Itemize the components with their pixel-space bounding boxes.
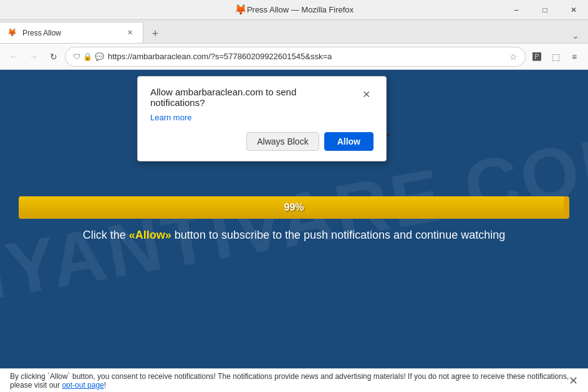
reload-button[interactable]: ↻ — [45, 48, 62, 65]
address-bar[interactable]: 🛡 🔒 💬 https://ambarbaraclean.com/?s=5778… — [65, 47, 526, 67]
notification-close-button[interactable]: ✕ — [566, 373, 581, 388]
titlebar: 🦊 Press Allow — Mozilla Firefox – □ ✕ — [0, 0, 588, 20]
notification-text-after: ! — [104, 381, 106, 390]
url-text: https://ambarbaraclean.com/?s=5778602099… — [108, 52, 506, 61]
back-button[interactable]: ← — [5, 48, 22, 65]
window-controls: – □ ✕ — [502, 0, 588, 19]
notification-bar: By clicking `Allow` button, you consent … — [0, 368, 588, 392]
progress-bar: 99% — [19, 196, 569, 219]
extensions-button[interactable]: ⬚ — [547, 48, 564, 65]
cta-allow-text: «Allow» — [129, 229, 171, 241]
forward-button[interactable]: → — [25, 48, 42, 65]
tab-favicon: 🦊 — [7, 28, 17, 38]
toolbar: ← → ↻ 🛡 🔒 💬 https://ambarbaraclean.com/?… — [0, 44, 588, 70]
tab-bar-right: ⌄ — [568, 28, 588, 43]
menu-button[interactable]: ≡ — [566, 48, 583, 65]
popup-learn-more-link[interactable]: Learn more — [150, 113, 374, 122]
popup-title: Allow ambarbaraclean.com to send notific… — [150, 87, 359, 108]
page-content: MYANTIVARE.COM Allow ambarbaraclean.com … — [0, 70, 588, 368]
opt-out-link[interactable]: opt-out page — [62, 381, 104, 390]
popup-close-button[interactable]: ✕ — [359, 87, 374, 102]
close-button[interactable]: ✕ — [559, 0, 588, 19]
maximize-button[interactable]: □ — [531, 0, 559, 19]
tabbar: 🦊 Press Allow ✕ + ⌄ — [0, 20, 588, 44]
toolbar-right: 🅿 ⬚ ≡ — [528, 48, 583, 65]
cta-text: Click the «Allow» button to subscribe to… — [83, 229, 505, 242]
progress-section: 99% — [0, 196, 588, 219]
popup-header: Allow ambarbaraclean.com to send notific… — [150, 87, 374, 108]
notification-text: By clicking `Allow` button, you consent … — [10, 372, 578, 390]
lock-icon: 🔒 — [83, 52, 92, 61]
firefox-icon: 🦊 — [234, 4, 247, 16]
active-tab[interactable]: 🦊 Press Allow ✕ — [0, 22, 143, 43]
allow-button[interactable]: Allow — [324, 132, 374, 151]
popup-buttons: Always Block Allow — [150, 132, 374, 151]
tab-close-button[interactable]: ✕ — [124, 27, 135, 39]
always-block-button[interactable]: Always Block — [246, 132, 319, 151]
cta-text-before: Click the — [83, 229, 129, 241]
tab-list-chevron[interactable]: ⌄ — [568, 28, 583, 43]
cta-text-after: button to subscribe to the push notifica… — [171, 229, 505, 241]
security-indicators: 🛡 🔒 💬 — [73, 52, 104, 61]
progress-label: 99% — [284, 202, 304, 213]
permission-popup: Allow ambarbaraclean.com to send notific… — [137, 76, 387, 161]
window-title: Press Allow — Mozilla Firefox — [247, 5, 354, 14]
shield-icon: 🛡 — [73, 52, 80, 61]
minimize-button[interactable]: – — [502, 0, 531, 19]
new-tab-button[interactable]: + — [146, 24, 165, 43]
tab-title: Press Allow — [22, 29, 119, 37]
bookmark-star-icon[interactable]: ☆ — [509, 52, 518, 62]
pocket-button[interactable]: 🅿 — [528, 48, 546, 65]
notification-permissions-icon: 💬 — [95, 52, 104, 61]
